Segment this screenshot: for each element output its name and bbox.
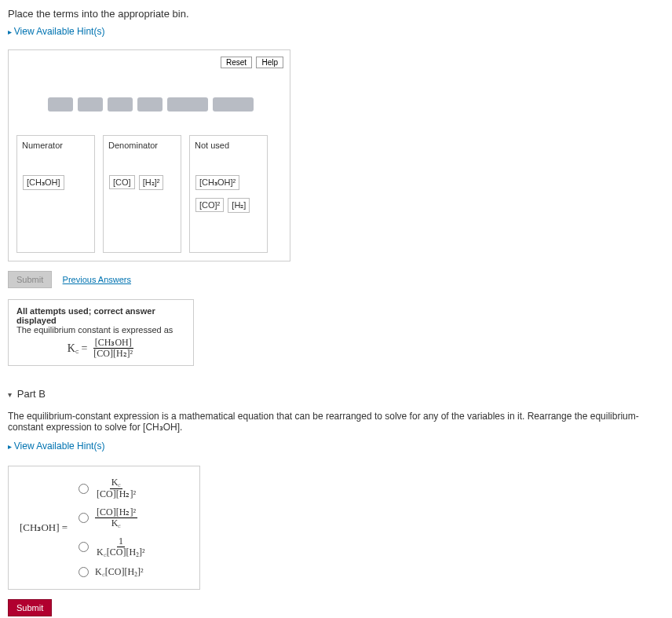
radio-4[interactable]	[79, 567, 89, 577]
drag-chip[interactable]	[213, 97, 254, 112]
kc-fraction: [CH₃OH] [CO][H₂]²	[92, 338, 134, 359]
drag-chip[interactable]	[78, 97, 103, 112]
kc-label: K꜀ =	[68, 342, 88, 355]
term-ch3oh-sq[interactable]: [CH₃OH]²	[195, 175, 239, 190]
drag-chip[interactable]	[167, 97, 208, 112]
radio-2[interactable]	[79, 513, 89, 523]
drag-source-area	[48, 97, 282, 112]
term-h2[interactable]: [H₂]	[228, 198, 250, 213]
mc-option-1[interactable]: K꜀ [CO][H₂]²	[79, 477, 147, 499]
radio-3[interactable]	[79, 542, 89, 552]
drag-chip[interactable]	[108, 97, 133, 112]
part-b-text: The equilibrium-constant expression is a…	[8, 411, 664, 433]
reset-button[interactable]: Reset	[221, 57, 252, 68]
part-a-instruction: Place the terms into the appropriate bin…	[8, 8, 664, 20]
term-co-sq[interactable]: [CO]²	[195, 198, 224, 212]
hints-link-a[interactable]: View Available Hint(s)	[8, 26, 104, 37]
bin-title: Numerator	[22, 141, 89, 150]
feedback-text: The equilibrium constant is expressed as	[16, 325, 185, 335]
bin-not-used[interactable]: Not used [CH₃OH]² [CO]² [H₂]	[189, 135, 268, 253]
mc-option-3[interactable]: 1 K꜀[CO][H₂]²	[79, 536, 147, 558]
bin-numerator[interactable]: Numerator [CH₃OH]	[16, 135, 95, 253]
drag-drop-panel: Reset Help Numerator [CH₃OH] Denominator…	[8, 49, 290, 261]
bin-title: Not used	[195, 141, 262, 150]
radio-1[interactable]	[79, 484, 89, 494]
drag-chip[interactable]	[137, 97, 163, 112]
mc-option-2[interactable]: [CO][H₂]² K꜀	[79, 507, 147, 528]
previous-answers-link[interactable]: Previous Answers	[63, 275, 131, 284]
part-b-header[interactable]: Part B	[8, 388, 664, 400]
multiple-choice-panel: [CH₃OH] = K꜀ [CO][H₂]² [CO][H₂]² K꜀ 1 K꜀…	[8, 466, 200, 589]
hints-link-b[interactable]: View Available Hint(s)	[8, 441, 104, 452]
term-h2-sq[interactable]: [H₂]²	[139, 175, 164, 190]
help-button[interactable]: Help	[256, 57, 283, 68]
submit-button-b[interactable]: Submit	[8, 599, 52, 616]
term-ch3oh[interactable]: [CH₃OH]	[23, 175, 64, 190]
feedback-title: All attempts used; correct answer displa…	[16, 306, 185, 325]
mc-lhs: [CH₃OH] =	[20, 521, 68, 534]
term-co[interactable]: [CO]	[109, 175, 135, 189]
submit-button-a: Submit	[8, 271, 52, 288]
mc-option-4[interactable]: K꜀[CO][H₂]²	[79, 566, 147, 578]
bin-title: Denominator	[108, 141, 176, 150]
feedback-box: All attempts used; correct answer displa…	[8, 299, 194, 366]
bin-denominator[interactable]: Denominator [CO] [H₂]²	[103, 135, 181, 253]
drag-chip[interactable]	[48, 97, 73, 112]
